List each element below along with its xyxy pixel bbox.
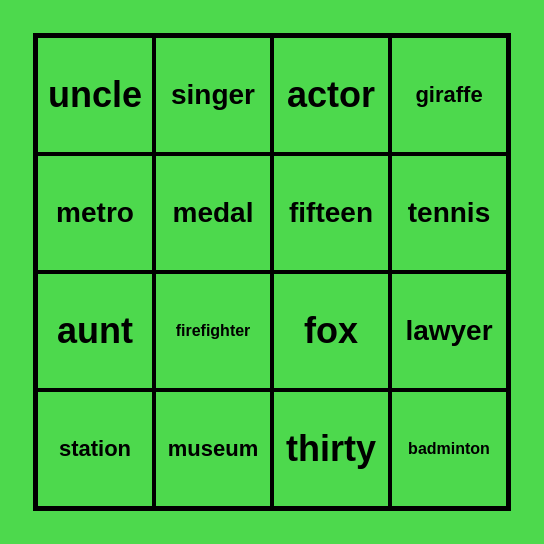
bingo-cell-text-1-1: medal (173, 198, 254, 229)
bingo-cell-3-0: station (36, 390, 154, 508)
bingo-cell-1-0: metro (36, 154, 154, 272)
bingo-cell-0-1: singer (154, 36, 272, 154)
bingo-cell-2-3: lawyer (390, 272, 508, 390)
bingo-cell-text-3-3: badminton (408, 440, 490, 458)
bingo-cell-text-0-3: giraffe (415, 83, 482, 107)
bingo-cell-0-2: actor (272, 36, 390, 154)
bingo-cell-3-3: badminton (390, 390, 508, 508)
bingo-cell-text-3-2: thirty (286, 429, 376, 469)
bingo-cell-text-2-3: lawyer (405, 316, 492, 347)
bingo-cell-2-0: aunt (36, 272, 154, 390)
bingo-cell-text-2-0: aunt (57, 311, 133, 351)
bingo-cell-3-2: thirty (272, 390, 390, 508)
bingo-cell-text-1-0: metro (56, 198, 134, 229)
bingo-cell-text-0-0: uncle (48, 75, 142, 115)
bingo-cell-text-0-1: singer (171, 80, 255, 111)
bingo-cell-2-2: fox (272, 272, 390, 390)
bingo-row-3: stationmuseumthirtybadminton (36, 390, 508, 508)
bingo-cell-1-1: medal (154, 154, 272, 272)
bingo-cell-0-0: uncle (36, 36, 154, 154)
bingo-cell-text-1-2: fifteen (289, 198, 373, 229)
bingo-row-0: unclesingeractorgiraffe (36, 36, 508, 154)
bingo-cell-text-2-1: firefighter (176, 322, 251, 340)
bingo-cell-2-1: firefighter (154, 272, 272, 390)
bingo-cell-text-0-2: actor (287, 75, 375, 115)
bingo-cell-text-1-3: tennis (408, 198, 490, 229)
bingo-cell-3-1: museum (154, 390, 272, 508)
bingo-cell-1-3: tennis (390, 154, 508, 272)
bingo-cell-1-2: fifteen (272, 154, 390, 272)
bingo-cell-text-3-0: station (59, 437, 131, 461)
bingo-board: unclesingeractorgiraffemetromedalfifteen… (33, 33, 511, 511)
bingo-cell-text-2-2: fox (304, 311, 358, 351)
bingo-row-1: metromedalfifteentennis (36, 154, 508, 272)
bingo-cell-0-3: giraffe (390, 36, 508, 154)
bingo-row-2: auntfirefighterfoxlawyer (36, 272, 508, 390)
bingo-cell-text-3-1: museum (168, 437, 258, 461)
